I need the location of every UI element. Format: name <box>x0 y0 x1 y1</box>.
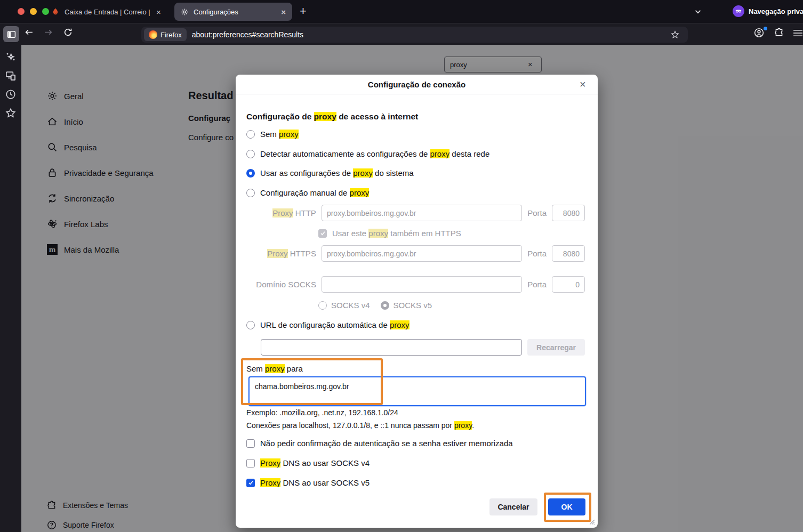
history-clock-icon[interactable] <box>5 89 16 100</box>
http-proxy-input <box>322 205 522 221</box>
synced-tabs-icon[interactable] <box>5 70 16 81</box>
account-notification-dot <box>764 27 767 30</box>
checkbox-label: Proxy DNS ao usar SOCKS v5 <box>260 478 370 487</box>
checkbox-checked-icon <box>318 229 327 238</box>
pac-url-input <box>261 339 522 356</box>
macos-minimize-button[interactable] <box>30 8 37 15</box>
dialog-title: Configuração de conexão <box>236 75 598 94</box>
sidebar-toggle-button[interactable] <box>3 26 19 42</box>
private-mask-icon <box>733 5 744 17</box>
radio-label: Usar as configurações de proxy do sistem… <box>260 168 414 178</box>
radio-label: Configuração manual de proxy <box>260 188 369 197</box>
checkbox-proxy-dns-socks4[interactable]: Proxy DNS ao usar SOCKS v4 <box>246 458 370 467</box>
https-proxy-input <box>322 245 522 262</box>
tab-title: Caixa de Entrada | Correio | CHA <box>65 8 151 16</box>
tab-title: Configurações <box>194 8 276 16</box>
http-proxy-row: Proxy HTTP Porta <box>246 205 585 221</box>
dialog-close-icon[interactable]: × <box>580 78 586 91</box>
http-port-input <box>552 205 585 221</box>
ok-button[interactable]: OK <box>548 498 585 515</box>
tab-close-icon[interactable]: × <box>281 7 286 17</box>
radio-label: URL de configuração automática de proxy <box>260 320 409 329</box>
account-button[interactable] <box>754 28 764 38</box>
share-proxy-https-checkbox: Usar este proxy também em HTTPS <box>318 229 461 238</box>
radio-icon[interactable] <box>246 189 255 197</box>
new-tab-button[interactable]: + <box>300 4 307 18</box>
http-proxy-label: Proxy HTTP <box>246 208 316 217</box>
reload-pac-button: Recarregar <box>527 339 585 356</box>
https-proxy-label: Proxy HTTPS <box>246 249 316 258</box>
macos-zoom-button[interactable] <box>42 8 49 15</box>
checkbox-icon[interactable] <box>246 439 255 448</box>
no-proxy-for-textarea[interactable]: chama.bombeiros.mg.gov.br <box>248 376 586 406</box>
porta-label: Porta <box>527 249 547 258</box>
private-browsing-badge: Navegação privativa <box>733 5 803 17</box>
dialog-resize-grip[interactable] <box>588 518 595 525</box>
checkbox-label: Não pedir confirmação de autenticação se… <box>260 439 513 448</box>
extensions-button[interactable] <box>774 28 784 37</box>
radio-no-proxy[interactable]: Sem proxy <box>246 130 299 139</box>
checkbox-label: Usar este proxy também em HTTPS <box>332 229 461 238</box>
tab-mail[interactable]: Caixa de Entrada | Correio | CHA × <box>51 3 161 20</box>
forward-button[interactable] <box>44 28 53 37</box>
radio-selected-icon[interactable] <box>246 169 255 178</box>
socks-host-label: Domínio SOCKS <box>246 280 316 289</box>
checkbox-label: Proxy DNS ao usar SOCKS v4 <box>260 458 370 467</box>
url-identity-chip[interactable]: Firefox <box>144 28 187 41</box>
ai-chatbot-icon[interactable] <box>5 52 16 62</box>
radio-icon[interactable] <box>246 130 255 139</box>
radio-label: Sem proxy <box>260 130 299 139</box>
browser-window: Caixa de Entrada | Correio | CHA × Confi… <box>0 0 803 532</box>
socks-v5-label: SOCKS v5 <box>394 301 432 310</box>
socks-v4-label: SOCKS v4 <box>331 301 370 310</box>
checkbox-proxy-dns-socks5[interactable]: Proxy DNS ao usar SOCKS v5 <box>246 478 370 487</box>
localhost-note-text: Conexões para localhost, 127.0.0.1/8, e … <box>246 421 474 430</box>
firefox-logo-icon <box>149 30 157 39</box>
mail-favicon-icon <box>51 7 60 16</box>
private-badge-label: Navegação privativa <box>749 7 803 15</box>
bookmark-star-icon[interactable] <box>671 30 679 39</box>
cancel-button[interactable]: Cancelar <box>489 498 537 515</box>
radio-manual-proxy[interactable]: Configuração manual de proxy <box>246 188 369 197</box>
checkbox-icon[interactable] <box>246 459 255 467</box>
radio-auto-detect-proxy[interactable]: Detectar automaticamente as configuraçõe… <box>246 149 489 158</box>
radio-system-proxy[interactable]: Usar as configurações de proxy do sistem… <box>246 168 414 178</box>
porta-label: Porta <box>527 280 547 289</box>
url-chip-label: Firefox <box>160 31 182 39</box>
socks-host-row: Domínio SOCKS Porta <box>246 276 585 293</box>
list-all-tabs-chevron-icon[interactable] <box>693 7 703 17</box>
no-proxy-for-label: Sem proxy para <box>246 364 303 373</box>
tab-settings[interactable]: Configurações × <box>174 3 292 21</box>
no-proxy-example-text: Exemplo: .mozilla.org, .net.nz, 192.168.… <box>246 408 398 417</box>
https-port-input <box>552 245 585 262</box>
menu-button[interactable] <box>793 29 803 37</box>
socks-version-row: SOCKS v4 SOCKS v5 <box>318 301 432 310</box>
radio-pac-url[interactable]: URL de configuração automática de proxy <box>246 320 409 329</box>
gear-icon <box>181 8 189 16</box>
checkbox-checked-icon[interactable] <box>246 479 255 487</box>
radio-socks-v5-selected-icon <box>381 301 389 310</box>
url-bar[interactable]: Firefox about:preferences#searchResults <box>141 27 688 43</box>
https-proxy-row: Proxy HTTPS Porta <box>246 245 585 262</box>
checkbox-no-auth-prompt[interactable]: Não pedir confirmação de autenticação se… <box>246 439 513 448</box>
proxy-section-heading: Configuração de proxy de acesso à intern… <box>246 112 418 122</box>
url-text[interactable]: about:preferences#searchResults <box>192 30 303 39</box>
radio-socks-v4-icon <box>318 301 327 310</box>
radio-icon[interactable] <box>246 321 255 329</box>
socks-port-input <box>552 276 585 293</box>
radio-label: Detectar automaticamente as configuraçõe… <box>260 149 489 158</box>
bookmarks-star-icon[interactable] <box>5 108 16 118</box>
socks-host-input <box>322 276 522 293</box>
macos-close-button[interactable] <box>18 8 25 15</box>
reload-button[interactable] <box>63 28 73 37</box>
tab-close-icon[interactable]: × <box>156 7 161 17</box>
radio-icon[interactable] <box>246 150 255 158</box>
connection-settings-dialog: Configuração de conexão × Configuração d… <box>236 75 598 528</box>
back-button[interactable] <box>25 28 34 37</box>
porta-label: Porta <box>527 208 547 217</box>
